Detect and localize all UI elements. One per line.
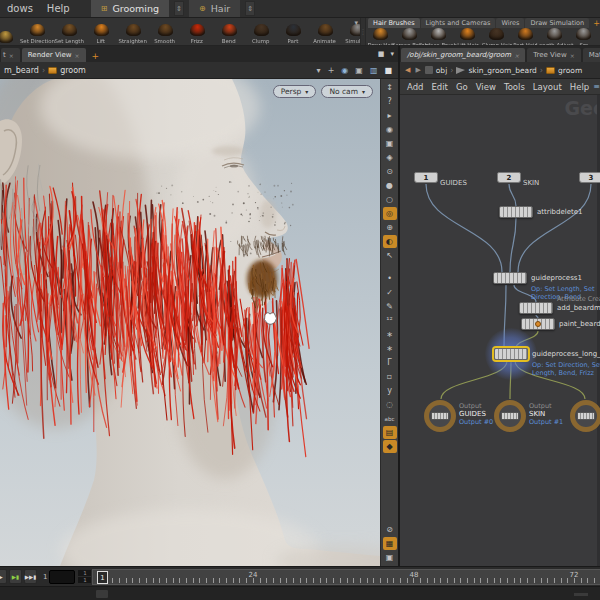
output-node-skin[interactable] — [494, 400, 526, 432]
desktop-tab-hair[interactable]: ⊕Hair — [189, 0, 240, 17]
shelf-tool-sm[interactable]: Sm — [569, 28, 598, 45]
shelf-tool-set-length[interactable]: Set Length — [53, 24, 85, 45]
maximize-icon[interactable]: ■ — [384, 66, 392, 75]
netmenu-go[interactable]: Go — [452, 82, 472, 92]
input-node-1[interactable]: 1 — [414, 172, 438, 183]
jump-to-end-button[interactable]: ▶▶▮ — [24, 569, 37, 584]
shelf-tool-set-direction[interactable]: Set Direction — [21, 24, 53, 45]
node-attribdelete1[interactable] — [499, 206, 533, 218]
node-guideprocess1[interactable] — [493, 272, 527, 284]
pin-bulb-icon[interactable]: ⊕ — [383, 221, 397, 234]
netmenu-tools[interactable]: Tools — [500, 82, 529, 92]
lock-icon[interactable]: ◈ — [383, 151, 397, 164]
shelf-tool-clump-hair[interactable]: Clump Hair — [482, 28, 511, 45]
shelf-tool-draw-hair[interactable]: Draw Hair — [366, 28, 395, 45]
current-frame-marker[interactable]: 1 — [97, 571, 108, 584]
handle-icon[interactable]: ∗ — [383, 328, 397, 341]
pane-display-icon[interactable]: ■ — [378, 50, 385, 58]
netmenu-add[interactable]: Add — [403, 82, 427, 92]
shelf-tool-straighten[interactable]: Straighten — [117, 24, 149, 45]
close-icon[interactable]: × — [9, 52, 14, 59]
range-field-0[interactable]: 1 — [78, 570, 91, 576]
pin-location-icon[interactable]: ◆ — [383, 440, 397, 453]
shelf-tool-lift-hair[interactable]: Lift Hair — [453, 28, 482, 45]
new-tab-button[interactable]: + — [92, 51, 100, 61]
pane-tab-material-palette[interactable]: Material Palette× — [583, 48, 600, 62]
shelf-tab-wires[interactable]: Wires — [496, 18, 524, 28]
bulb-icon[interactable]: ○ — [383, 193, 397, 206]
shelf-tool-lift[interactable]: Lift — [85, 24, 117, 45]
breadcrumb-obj[interactable]: obj — [425, 66, 447, 75]
shelf-tool-part[interactable]: Part — [277, 24, 309, 45]
play-to-next-button[interactable]: ▶▮ — [9, 569, 22, 584]
render-region-icon[interactable]: ▣ — [383, 551, 397, 564]
range-field-1[interactable]: 1 — [78, 577, 91, 583]
input-node-2[interactable]: 2 — [497, 172, 521, 183]
desktop-tab-grooming[interactable]: ⊞Grooming — [91, 0, 169, 17]
help-icon[interactable]: ? — [383, 95, 397, 108]
shelf-tab-lights-and-cameras[interactable]: Lights and Cameras — [421, 18, 496, 28]
timeline-ruler[interactable]: 1244872 — [92, 569, 600, 585]
snapshot-cube-icon[interactable]: ▣ — [355, 66, 363, 75]
shelf-tab-draw-simulation[interactable]: Draw Simulation — [525, 18, 589, 28]
pane-tab--obj-skin-groom-beard-groom[interactable]: /obj/skin_groom_beard/groom× — [401, 48, 525, 62]
menu-help[interactable]: Help — [40, 3, 77, 14]
menu-windows[interactable]: dows — [0, 3, 40, 14]
grid-layout-icon[interactable]: ▦ — [383, 537, 397, 550]
node-guideprocess-long-frizzy[interactable] — [494, 348, 528, 360]
netmenu-help[interactable]: Help — [566, 82, 593, 92]
shelf-tool-length-adjust[interactable]: Length Adjust — [540, 28, 569, 45]
snapshot-icon[interactable]: ▣ — [383, 137, 397, 150]
path-dropdown-icon[interactable]: ▾ — [317, 66, 321, 75]
shelf-tool-surface-brush[interactable]: Surface Brush — [424, 28, 453, 45]
hand-tool-icon[interactable]: ∗ — [383, 342, 397, 355]
timeline-scrollbar[interactable] — [0, 586, 600, 600]
node-paint-beardmask[interactable] — [521, 318, 555, 330]
input-node-3[interactable]: 3 — [579, 172, 600, 183]
node-add-beardmask[interactable] — [519, 302, 553, 314]
breadcrumb-groom[interactable]: groom — [546, 66, 582, 75]
shelf-tool-smooth[interactable]: Smooth — [149, 24, 181, 45]
collaboration-icon[interactable]: ▥ — [370, 66, 378, 75]
scrollbar-handle[interactable] — [96, 590, 108, 598]
pane-tab-tree-view[interactable]: Tree View× — [527, 48, 580, 62]
netmenu-layout[interactable]: Layout — [529, 82, 566, 92]
back-arrow-icon[interactable]: ◀ — [404, 66, 411, 74]
highlight-bulb-icon[interactable]: ◎ — [383, 207, 397, 220]
shelf-tool-animate[interactable]: Animate — [309, 24, 341, 45]
viewport-3d[interactable]: Persp ▾ No cam ▾ ↕?▸◉▣◈⊙●○◎⊕◐↖•✓✎¹²∗∗Γ▫y… — [0, 79, 398, 566]
breadcrumb-skin-groom-beard[interactable]: skin_groom_beard — [456, 66, 536, 75]
netmenu-view[interactable]: View — [472, 82, 500, 92]
desktop-tab-spinner[interactable]: ⇕ — [245, 1, 255, 16]
edit-pen-icon[interactable]: ✎ — [383, 300, 397, 313]
breadcrumb-m-beard[interactable]: m_beard — [4, 66, 39, 75]
tree-view-icon[interactable]: ≡ — [593, 82, 600, 91]
round-button-icon[interactable]: ◌ — [383, 398, 397, 411]
shelf-tab-hair-brushes[interactable]: Hair Brushes — [368, 18, 420, 28]
follow-icon[interactable]: ◉ — [341, 66, 348, 75]
viewport-render[interactable] — [0, 79, 380, 566]
measure-icon[interactable]: Γ — [383, 356, 397, 369]
close-icon[interactable]: × — [75, 52, 80, 59]
netmenu-edit[interactable]: Edit — [427, 82, 451, 92]
image-plane-icon[interactable]: ▤ — [383, 426, 397, 439]
point-icon[interactable]: • — [383, 272, 397, 285]
shelf-tool-bend[interactable]: Bend — [213, 24, 245, 45]
point-numbers-icon[interactable]: ¹² — [383, 314, 397, 327]
output-node-item[interactable] — [570, 400, 600, 432]
expand-tray-icon[interactable]: ▸ — [383, 109, 397, 122]
visibility-icon[interactable]: ◉ — [383, 123, 397, 136]
shelf-tool-clump[interactable]: Clump — [245, 24, 277, 45]
close-icon[interactable]: × — [570, 52, 575, 59]
breadcrumb-groom[interactable]: groom — [48, 66, 86, 75]
close-icon[interactable]: × — [514, 52, 519, 59]
headlight-icon[interactable]: ⊙ — [383, 165, 397, 178]
wire-tool-icon[interactable]: y — [383, 384, 397, 397]
pane-tab-t[interactable]: t× — [1, 48, 20, 62]
shaded-sphere-icon[interactable]: ◐ — [383, 235, 397, 248]
shelf-overflow-arrow-icon[interactable]: ▾ — [354, 19, 358, 27]
sync-icon[interactable]: ↕ — [383, 81, 397, 94]
material-sphere-icon[interactable]: ● — [383, 179, 397, 192]
vertex-check-icon[interactable]: ✓ — [383, 286, 397, 299]
marquee-icon[interactable]: ▫ — [383, 370, 397, 383]
